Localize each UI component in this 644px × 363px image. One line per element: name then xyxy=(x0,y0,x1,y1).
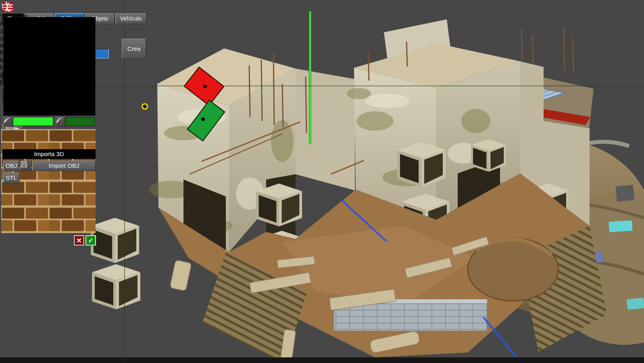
color-swatch-bright[interactable] xyxy=(13,117,53,126)
shell-icon[interactable] xyxy=(3,117,13,127)
selector-cancel-button[interactable]: ✕ xyxy=(74,235,84,246)
list-item-radar[interactable]: radar.png xyxy=(0,15,644,17)
list-item-ladrillo-selected[interactable]: ladrillo.jpg xyxy=(0,56,644,64)
list-item-radar-luz[interactable]: radar_luz.png xyxy=(0,20,644,27)
mesh-preview[interactable] xyxy=(3,17,96,116)
color-swatch-dark[interactable] xyxy=(65,117,95,126)
importa-3d-header: Importa 3D xyxy=(2,149,96,159)
editor-root: Archivo Ed.Material Materiales Texturas … xyxy=(0,0,644,363)
list-item-fondo[interactable]: fondo.jpg xyxy=(0,49,644,56)
list-item-semaforo-rojo[interactable]: semaforoRojo.png xyxy=(0,27,644,35)
list-item-peaton-verde[interactable]: peatonVerde.jpg xyxy=(0,78,644,86)
stl-button[interactable]: STL xyxy=(3,173,19,183)
import-obj-button[interactable]: Import OBJ xyxy=(32,161,96,171)
list-item-ladrillo-normal[interactable]: ladrilloNormal.jpg xyxy=(0,64,644,71)
shell-icon[interactable] xyxy=(56,117,65,127)
dna-icon xyxy=(3,2,14,14)
element-list: radar.png radar_luz.png semaforoRojo.png… xyxy=(0,15,644,120)
list-item-waternormal[interactable]: waternormal.png xyxy=(0,42,644,49)
list-item-peaton-rojo[interactable]: peatonRojo.jpg xyxy=(0,71,644,78)
floppy-icon[interactable] xyxy=(20,161,31,171)
selector-ok-button[interactable]: ✓ xyxy=(85,235,96,246)
list-item-semaforo-verde[interactable]: semaforoVerde.png xyxy=(0,35,644,42)
obj-button[interactable]: OBJ xyxy=(3,161,19,171)
